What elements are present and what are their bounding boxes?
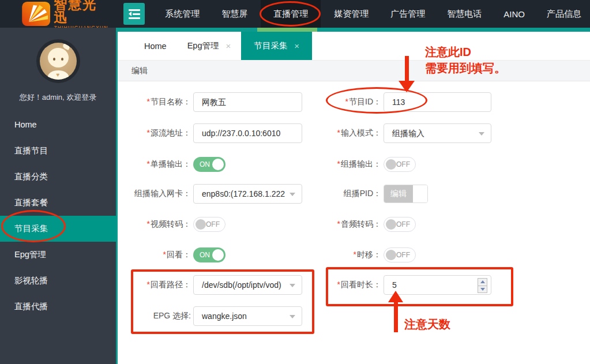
section-title-bar: 编辑 (118, 61, 590, 81)
multicast-output-toggle[interactable]: OFF (384, 157, 416, 172)
playback-label: *回看： (119, 250, 191, 260)
sidebar: ♥ 您好！admin, 欢迎登录 Home 直播节目 直播分类 直播套餐 节目采… (0, 28, 116, 364)
sidebar-item-home[interactable]: Home (0, 112, 116, 138)
sidebar-item-epg-mgmt[interactable]: Epg管理 (0, 242, 116, 268)
menu-arrow-icon (129, 13, 140, 15)
video-transcode-label: *视频转码： (119, 219, 191, 230)
spinner-down-icon (480, 288, 485, 291)
nav-item-ad-mgmt[interactable]: 广告管理 (382, 0, 434, 28)
multicast-pid-edit-control[interactable]: 编辑 (384, 185, 428, 203)
playback-days-label: *回看时长： (264, 280, 381, 290)
playback-days-input[interactable]: 5 (384, 275, 491, 295)
close-icon[interactable]: × (226, 42, 231, 50)
nav-item-aino[interactable]: AINO (495, 0, 533, 28)
brand-name-cn: 智慧光迅 (54, 0, 111, 24)
pid-edit-button[interactable]: 编辑 (384, 185, 413, 202)
nav-item-product-info[interactable]: 产品信息 (538, 0, 590, 28)
number-spinner (478, 278, 487, 293)
sidebar-item-live-packages[interactable]: 直播套餐 (0, 190, 116, 216)
source-url-label: *源流地址： (119, 128, 191, 138)
tab-label: Home (144, 42, 167, 51)
epg-select[interactable]: wangke.json (193, 306, 302, 326)
header-underline (118, 28, 590, 32)
edit-form: *节目名称： 网教五 *节目ID： 113 *源流地址： udp://237.0… (118, 81, 590, 364)
avatar-ring: ♥ (36, 39, 80, 83)
sidebar-item-live-relay[interactable]: 直播代播 (0, 294, 116, 320)
spinner-up-icon (480, 280, 485, 283)
toggle-knob (196, 219, 206, 230)
toggle-knob (386, 159, 396, 170)
program-id-input[interactable]: 113 (384, 92, 491, 112)
spinner-up-button[interactable] (478, 279, 487, 286)
brand-logo: 智慧光迅 ZHIHUIGUANGXUN (22, 0, 111, 30)
nav-item-smart-phone[interactable]: 智慧电话 (438, 0, 490, 28)
avatar-eye (61, 58, 63, 61)
tab-label: 节目采集 (254, 40, 287, 51)
avatar-face (48, 48, 69, 67)
input-mode-label: *输入模式： (264, 128, 381, 138)
pid-edit-track (413, 185, 427, 202)
menu-bar-icon (129, 17, 140, 19)
active-nav-indicator (257, 28, 317, 32)
multicast-pid-label: 组播PID： (264, 189, 381, 199)
toggle-knob (212, 249, 224, 261)
nav-item-system-mgmt[interactable]: 系统管理 (156, 0, 208, 28)
tab-bar: Home Epg管理 × 节目采集 × (118, 32, 590, 61)
sidebar-item-live-categories[interactable]: 直播分类 (0, 164, 116, 190)
close-icon[interactable]: × (294, 42, 299, 50)
input-mode-select[interactable]: 组播输入 (384, 123, 491, 143)
playback-toggle[interactable]: ON (193, 247, 226, 262)
playback-path-label: *回看路径： (119, 280, 191, 290)
avatar-heart-icon: ♥ (40, 72, 77, 78)
user-greeting: 您好！admin, 欢迎登录 (0, 92, 116, 103)
unicast-output-label: *单播输出： (119, 159, 191, 170)
app-window: 智慧光迅 ZHIHUIGUANGXUN 系统管理 智慧屏 直播管理 媒资管理 广… (0, 0, 590, 364)
toggle-knob (212, 159, 224, 170)
epg-select-label: EPG 选择: (119, 311, 191, 321)
sidebar-item-program-capture[interactable]: 节目采集 (0, 216, 116, 242)
tab-program-capture[interactable]: 节目采集 × (241, 32, 312, 60)
audio-transcode-toggle[interactable]: OFF (384, 217, 416, 232)
toggle-knob (386, 219, 396, 230)
avatar: ♥ (40, 43, 77, 80)
menu-bar-icon (129, 9, 140, 11)
sidebar-item-video-carousel[interactable]: 影视轮播 (0, 268, 116, 294)
spinner-down-button[interactable] (478, 286, 487, 293)
nav-item-smart-screen[interactable]: 智慧屏 (213, 0, 256, 28)
sidebar-item-live-programs[interactable]: 直播节目 (0, 138, 116, 164)
top-nav-items: 系统管理 智慧屏 直播管理 媒资管理 广告管理 智慧电话 AINO 产品信息 (152, 0, 590, 28)
tab-label: Epg管理 (187, 40, 219, 51)
video-transcode-toggle[interactable]: OFF (193, 217, 226, 232)
avatar-eye (53, 58, 55, 61)
sidebar-menu: Home 直播节目 直播分类 直播套餐 节目采集 Epg管理 影视轮播 直播代播 (0, 112, 116, 320)
logo-icon (22, 2, 50, 26)
page-title: 编辑 (131, 66, 148, 75)
multicast-output-label: *组播输出： (264, 159, 381, 170)
toggle-knob (386, 250, 396, 260)
audio-transcode-label: *音频转码： (264, 219, 381, 230)
program-id-label: *节目ID： (264, 97, 381, 107)
top-navigation-bar: 智慧光迅 ZHIHUIGUANGXUN 系统管理 智慧屏 直播管理 媒资管理 广… (0, 0, 590, 28)
unicast-output-toggle[interactable]: ON (193, 157, 226, 172)
nav-item-live-mgmt[interactable]: 直播管理 (261, 0, 321, 28)
multicast-nic-label: 组播输入网卡： (119, 189, 191, 199)
collapse-menu-button[interactable] (123, 3, 145, 25)
timeshift-toggle[interactable]: OFF (384, 247, 416, 262)
nav-item-media-mgmt[interactable]: 媒资管理 (325, 0, 377, 28)
tab-epg-mgmt[interactable]: Epg管理 × (177, 32, 242, 60)
timeshift-label: *时移： (264, 250, 381, 260)
tab-home[interactable]: Home (134, 32, 177, 60)
brand-text: 智慧光迅 ZHIHUIGUANGXUN (54, 0, 111, 30)
program-name-label: *节目名称： (119, 97, 191, 107)
